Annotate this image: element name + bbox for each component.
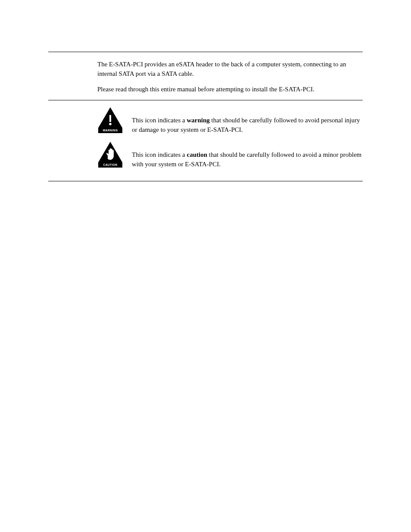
intro-paragraphs: The E-SATA-PCI provides an eSATA header …: [97, 52, 363, 94]
intro-paragraph-1: The E-SATA-PCI provides an eSATA header …: [97, 60, 363, 79]
svg-point-2: [109, 123, 112, 125]
caution-text-prefix: This icon indicates a: [132, 151, 187, 158]
warning-icon-box: WARNING: [97, 106, 123, 134]
warning-description: This icon indicates a warning that shoul…: [132, 106, 363, 135]
caution-description: This icon indicates a caution that shoul…: [132, 141, 363, 169]
intro-paragraph-2: Please read through this entire manual b…: [97, 85, 363, 94]
warning-text-prefix: This icon indicates a: [132, 117, 187, 124]
content-area: The E-SATA-PCI provides an eSATA header …: [48, 0, 363, 181]
caution-row: CAUTION This icon indicates a caution th…: [97, 141, 363, 169]
warning-text-strong: warning: [187, 117, 209, 124]
warning-triangle-icon: WARNING: [97, 106, 123, 134]
caution-icon-box: CAUTION: [97, 141, 123, 168]
caution-text-strong: caution: [187, 151, 207, 158]
svg-rect-1: [109, 115, 111, 122]
warning-row: WARNING This icon indicates a warning th…: [97, 106, 363, 135]
caution-triangle-icon: CAUTION: [97, 141, 123, 168]
caution-icon-label: CAUTION: [103, 163, 117, 166]
legend-section: WARNING This icon indicates a warning th…: [48, 100, 363, 181]
bottom-horizontal-rule: [48, 181, 363, 181]
warning-icon-label: WARNING: [103, 129, 118, 132]
page-container: The E-SATA-PCI provides an eSATA header …: [0, 0, 411, 532]
